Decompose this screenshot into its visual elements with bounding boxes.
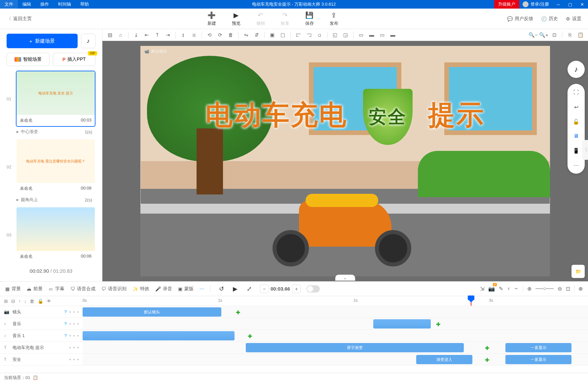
align-l-icon[interactable]: ⫍ [293, 30, 303, 40]
scene-transition[interactable]: ▸圆角向上 2(s) [7, 195, 95, 205]
zoom-in-icon[interactable]: 🔍+ [539, 30, 549, 40]
toolbar-button-5[interactable]: ⇪发布 [330, 11, 338, 26]
timeline-clip[interactable] [373, 319, 431, 329]
back-home-button[interactable]: 〈 返回主页 [0, 16, 38, 22]
menu-action[interactable]: 操作 [36, 0, 54, 9]
toolbar-button-2[interactable]: ↶撤销 [256, 11, 265, 26]
background-tab[interactable]: ▦背景 [5, 286, 21, 292]
toolbar-button-1[interactable]: ▶预览 [232, 11, 240, 26]
timeline-clip[interactable]: 渐变进入 [416, 355, 472, 364]
track-lane[interactable]: 逐字渐变✚一直显示 [83, 342, 588, 353]
visibility-icon[interactable]: 👁 [47, 298, 51, 304]
trash-icon[interactable]: 🗑 [226, 30, 236, 40]
fullscreen-icon[interactable]: ⛶ [571, 87, 581, 98]
menu-file[interactable]: 文件 [0, 0, 18, 9]
rotate-left-icon[interactable]: ⟲ [204, 30, 214, 40]
help-icon[interactable]: ? [64, 309, 67, 314]
zoom-out-tl-icon[interactable]: ⊖ [558, 286, 562, 292]
move-up-icon[interactable]: ↑ [18, 298, 21, 304]
zoom-slider[interactable]: ──○── [535, 286, 554, 292]
scene-thumbnail[interactable]: 电动车充电 需注意哪些安全问题呢？ 未命名 00:08 [16, 139, 95, 195]
shield-icon[interactable] [363, 89, 413, 145]
split-icon[interactable]: ⫞ [507, 286, 510, 292]
edit-icon[interactable]: ✎ [499, 286, 503, 292]
add-clip-button[interactable]: ✚ [485, 345, 489, 351]
align-right-icon[interactable]: ⇥ [163, 30, 173, 40]
align-bottom-icon[interactable]: ⤓ [131, 30, 141, 40]
mask-tab[interactable]: ▣蒙版 [178, 286, 194, 292]
send-back-icon[interactable]: ◲ [341, 30, 350, 40]
effects-tab[interactable]: ✨特效 [132, 286, 149, 292]
delete-track-icon[interactable]: 🗑 [30, 298, 34, 304]
timeline-tail-clip[interactable]: 一直显示 [505, 343, 571, 352]
group-icon[interactable]: ▣ [267, 30, 277, 40]
flip-h-icon[interactable]: ⇋ [241, 30, 251, 40]
expand-tracks-icon[interactable]: ⊞ [4, 298, 8, 304]
align-left-icon[interactable]: ⇤ [142, 30, 152, 40]
filter-icon[interactable]: ⫟ [514, 286, 519, 292]
copy-icon[interactable]: ⎘ [565, 30, 575, 40]
foreground-tab[interactable]: ⛰前景 [27, 286, 43, 292]
rewind-button[interactable]: ↺ [216, 284, 226, 294]
track-label[interactable]: T 电动车充电 提示 [0, 342, 83, 353]
toolbar-button-0[interactable]: ➕新建 [207, 11, 216, 26]
camera-icon[interactable]: 📷V [488, 286, 495, 292]
play-button[interactable]: ▶ [230, 284, 240, 294]
ungroup-icon[interactable]: ▢ [278, 30, 288, 40]
menu-timeline[interactable]: 时间轴 [54, 0, 76, 9]
toolbar-button-3[interactable]: ↷恢复 [281, 11, 289, 26]
asr-tab[interactable]: 🗩语音识别 [101, 286, 127, 292]
fit-tl-icon[interactable]: ⊡ [566, 286, 570, 292]
rotate-right-icon[interactable]: ⟳ [215, 30, 225, 40]
subtitle-tab[interactable]: ㏄字幕 [49, 286, 64, 292]
add-clip-button[interactable]: ✚ [485, 357, 489, 363]
lock-icon[interactable]: 🔓 [571, 116, 581, 127]
menu-help[interactable]: 帮助 [76, 0, 93, 9]
distribute-v-icon[interactable]: ⫼ [189, 30, 199, 40]
zoom-fit-icon[interactable]: ⊡ [549, 30, 559, 40]
align-top-icon[interactable]: ⤒ [152, 30, 162, 40]
toolbar-link-2[interactable]: ⚙ 设置 [566, 16, 581, 22]
paste-icon[interactable]: 📋 [575, 30, 585, 40]
flip-v-icon[interactable]: ⇵ [252, 30, 262, 40]
close-button[interactable]: ✕ [576, 0, 588, 9]
undo-icon[interactable]: ↩ [571, 102, 581, 112]
music-button[interactable]: ♪ [81, 34, 95, 48]
record-tab[interactable]: 🎤录音 [155, 286, 172, 292]
playhead[interactable] [471, 296, 471, 306]
track-lane[interactable]: ✚ [83, 318, 588, 330]
more-icon[interactable]: ⋯ [571, 160, 581, 170]
smart-scene-button[interactable]: 智能场景 [7, 53, 50, 66]
track-lane[interactable]: ✚ [83, 330, 588, 341]
more-tab[interactable]: ⋯ [200, 286, 204, 292]
scene-thumbnail[interactable]: 电动车充电 安全 提示 未命名 00:03 [16, 71, 95, 127]
time-minus-button[interactable]: − [260, 285, 269, 293]
toolbar-link-0[interactable]: 💬 用户反馈 [507, 16, 533, 22]
add-folder-icon[interactable]: ⊟ [11, 298, 15, 304]
track-label[interactable]: 📷 镜头 ? [0, 306, 83, 318]
distribute-h-icon[interactable]: ⫿ [178, 30, 188, 40]
import-ppt-button[interactable]: P 插入PPT VIP [53, 53, 96, 66]
add-clip-button[interactable]: ✚ [248, 333, 252, 339]
align-c-icon[interactable]: ⫎ [304, 30, 314, 40]
scene-thumbnail[interactable]: 未命名 00:06 [16, 207, 95, 263]
tts-tab[interactable]: 🗨语音合成 [70, 286, 95, 292]
music-float-button[interactable]: ♪ [568, 61, 585, 78]
align-r-icon[interactable]: ⫏ [314, 30, 324, 40]
add-clip-button[interactable]: ✚ [436, 321, 440, 328]
minimize-button[interactable]: ─ [552, 0, 564, 9]
new-scene-button[interactable]: + 新建场景 [7, 34, 78, 48]
toolbar-button-4[interactable]: 💾保存 [305, 11, 314, 26]
timeline-tail-clip[interactable]: 一直显示 [505, 355, 571, 364]
order-2-icon[interactable]: ▬ [367, 30, 377, 40]
scene-title-text[interactable]: 电动车充电 提示 [140, 89, 550, 145]
canvas[interactable]: 📹 默认镜头 电动车充电 提示 [140, 46, 550, 276]
timeline-clip[interactable] [83, 331, 235, 340]
help-icon[interactable]: ? [64, 321, 67, 326]
maximize-button[interactable]: ▢ [564, 0, 576, 9]
track-lane[interactable]: 默认镜头✚ [83, 306, 588, 318]
mobile-view-icon[interactable]: 📱 [571, 145, 581, 156]
scene-transition[interactable]: ▸中心渐变 1(s) [7, 127, 95, 137]
bring-front-icon[interactable]: ◱ [330, 30, 340, 40]
collapse-canvas-button[interactable]: ⌄ [335, 275, 355, 281]
